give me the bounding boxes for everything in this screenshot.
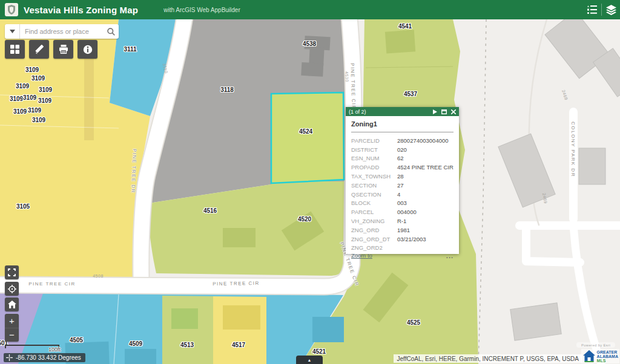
attribute-label: BLOCK [351, 200, 397, 206]
chevron-up-icon: ▲ [308, 358, 312, 362]
city-seal-logo [5, 3, 18, 16]
scale-label: 100ft [48, 346, 61, 353]
attribute-label: ZNG_ORD2 [351, 244, 397, 251]
zoom-out-icon[interactable]: − [5, 328, 19, 342]
parcel-4513[interactable] [162, 296, 213, 364]
legend-icon[interactable] [583, 0, 601, 19]
next-feature-icon[interactable] [433, 109, 437, 114]
attribute-row-qsection: QSECTION4 [351, 190, 453, 199]
attribute-label: PROPADD [351, 164, 397, 171]
app-header: Vestavia Hills Zoning Map with ArcGIS We… [0, 0, 620, 19]
my-location-icon[interactable] [5, 282, 19, 296]
zoom-to-link[interactable]: Zoom to [351, 252, 372, 259]
close-icon[interactable] [451, 109, 456, 114]
attribute-value: 27 [397, 182, 404, 189]
popup-menu-icon[interactable]: ... [446, 255, 453, 257]
attribute-value: 4524 PINE TREE CIR [397, 164, 453, 171]
app-title: Vestavia Hills Zoning Map [24, 5, 138, 15]
greater-alabama-mls-logo: GREATER ALABAMA MLS [581, 349, 619, 363]
search-icon[interactable] [103, 28, 119, 36]
attribute-label: TAX_TOWNSH [351, 173, 397, 180]
attribute-value: 020 [397, 146, 407, 153]
attribute-row-district: DISTRICT020 [351, 145, 453, 154]
house-icon [582, 349, 596, 363]
popup-pager: (1 of 2) [349, 109, 366, 115]
attribute-value: 28 [397, 173, 404, 180]
attribute-value: 004000 [397, 209, 417, 215]
search-box [5, 24, 119, 39]
basemap-gallery-icon[interactable] [5, 40, 25, 59]
attribute-label: ZNG_ORD [351, 227, 397, 233]
attribute-label: PARCELID [351, 137, 397, 144]
attribute-value: 1981 [397, 227, 410, 233]
attribute-row-parcelid: PARCELID2800274003004000 [351, 136, 453, 145]
about-icon[interactable] [78, 40, 97, 59]
search-input[interactable] [20, 28, 103, 35]
attribute-row-zng_ord2: ZNG_ORD2 [351, 244, 453, 253]
mls-text-line3: MLS [597, 359, 618, 363]
attribute-label: VH_ZONING [351, 218, 397, 224]
zoom-control: + − [5, 314, 19, 342]
attribute-table-toggle[interactable]: ▲ [296, 356, 323, 364]
selected-parcel-4524[interactable] [271, 93, 344, 183]
mls-text-line2: ALABAMA [597, 354, 618, 359]
popup-header[interactable]: (1 of 2) [346, 107, 459, 116]
fullscreen-icon[interactable] [5, 265, 19, 279]
attribute-label: ESN_NUM [351, 155, 397, 161]
attribute-value: 03/21/2003 [397, 236, 426, 242]
coordinates-text: -86.730 33.432 Degrees [16, 354, 81, 361]
attribute-value: 4 [397, 191, 400, 198]
attribute-row-vh_zoning: VH_ZONINGR-1 [351, 216, 453, 226]
attribute-label: SECTION [351, 182, 397, 189]
attribute-row-section: SECTION27 [351, 181, 453, 190]
attribute-rows: PARCELID2800274003004000DISTRICT020ESN_N… [351, 136, 453, 252]
attribute-value: R-1 [397, 218, 406, 224]
yellow-inner-road [84, 48, 94, 140]
maximize-icon[interactable] [441, 109, 447, 114]
attribute-value: 003 [397, 200, 407, 206]
print-icon[interactable] [53, 40, 73, 59]
layers-icon[interactable] [602, 0, 620, 19]
mls-text-line1: GREATER [597, 350, 618, 354]
measurement-icon[interactable] [29, 40, 49, 59]
attribute-label: PARCEL [351, 209, 397, 215]
attribute-row-zng_ord: ZNG_ORD1981 [351, 226, 453, 235]
crosshair-icon[interactable] [6, 354, 13, 361]
app-subtitle: with ArcGIS Web AppBuilder [163, 7, 240, 13]
app-window: 3109310931093109310931093109310931093109… [0, 0, 620, 364]
attribute-label: QSECTION [351, 191, 397, 198]
home-icon[interactable] [5, 297, 19, 311]
popup-body: Zoning1 PARCELID2800274003004000DISTRICT… [346, 116, 459, 254]
zoom-in-icon[interactable]: + [5, 314, 19, 328]
dropdown-arrow-icon [10, 30, 15, 33]
popup-layer-title: Zoning1 [351, 120, 453, 132]
attribute-label: DISTRICT [351, 146, 397, 153]
attribute-row-esn_num: ESN_NUM62 [351, 154, 453, 163]
attribute-value: 62 [397, 155, 404, 161]
powered-by-watermark: Powered by Esri [576, 342, 615, 348]
attribute-row-tax_townsh: TAX_TOWNSH28 [351, 172, 453, 181]
map-attribution: JeffCoAL, Esri, HERE, Garmin, INCREMENT … [394, 354, 582, 363]
attribute-label: ZNG_ORD_DT [351, 236, 397, 242]
attribute-value: 2800274003004000 [397, 137, 449, 144]
attribute-row-propadd: PROPADD4524 PINE TREE CIR [351, 163, 453, 172]
coordinates-readout: -86.730 33.432 Degrees [4, 353, 85, 362]
widget-toolbar [5, 40, 97, 59]
attribute-row-zng_ord_dt: ZNG_ORD_DT03/21/2003 [351, 235, 453, 244]
attribute-row-block: BLOCK003 [351, 199, 453, 208]
feature-popup: (1 of 2) Zoning1 PARCELID280027400300400… [346, 107, 459, 254]
search-source-dropdown[interactable] [5, 24, 20, 39]
attribute-row-parcel: PARCEL004000 [351, 207, 453, 216]
